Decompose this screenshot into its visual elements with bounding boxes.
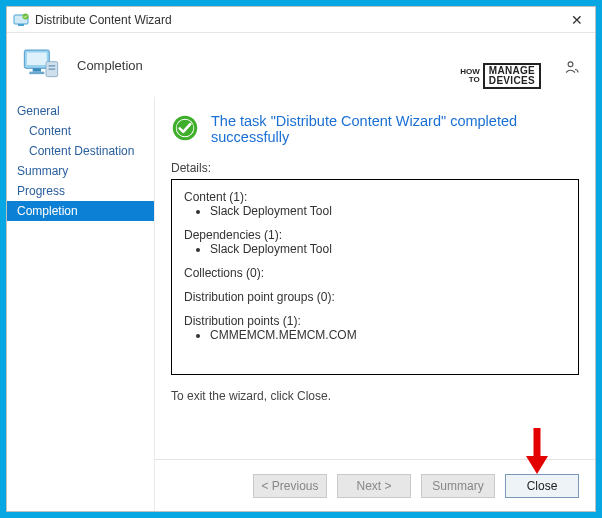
exit-instruction: To exit the wizard, click Close. <box>171 389 579 403</box>
svg-rect-6 <box>29 72 44 75</box>
close-icon[interactable]: ✕ <box>565 12 589 28</box>
sidebar-item-general[interactable]: General <box>7 101 154 121</box>
computer-icon <box>21 45 61 85</box>
details-group: Distribution point groups (0): <box>184 290 566 304</box>
watermark-text: TO <box>469 75 480 84</box>
details-group: Collections (0): <box>184 266 566 280</box>
sidebar: GeneralContentContent DestinationSummary… <box>7 97 155 511</box>
details-heading: Distribution points (1): <box>184 314 566 328</box>
details-list-item: Slack Deployment Tool <box>210 204 566 218</box>
previous-button: < Previous <box>253 474 327 498</box>
close-button[interactable]: Close <box>505 474 579 498</box>
svg-rect-8 <box>49 65 56 67</box>
svg-point-10 <box>568 62 573 67</box>
details-label: Details: <box>171 161 579 175</box>
page-title: Completion <box>77 58 143 73</box>
svg-rect-1 <box>18 24 24 26</box>
window-title: Distribute Content Wizard <box>35 13 565 27</box>
svg-rect-4 <box>27 53 47 66</box>
person-icon <box>563 59 581 80</box>
success-check-icon <box>171 114 199 145</box>
sidebar-item-summary[interactable]: Summary <box>7 161 154 181</box>
sidebar-item-content[interactable]: Content <box>7 121 154 141</box>
details-heading: Content (1): <box>184 190 566 204</box>
details-heading: Distribution point groups (0): <box>184 290 566 304</box>
details-group: Content (1):Slack Deployment Tool <box>184 190 566 218</box>
details-group: Dependencies (1):Slack Deployment Tool <box>184 228 566 256</box>
details-box[interactable]: Content (1):Slack Deployment ToolDepende… <box>171 179 579 375</box>
sidebar-item-completion[interactable]: Completion <box>7 201 154 221</box>
sidebar-item-progress[interactable]: Progress <box>7 181 154 201</box>
svg-marker-15 <box>526 456 548 474</box>
details-list-item: Slack Deployment Tool <box>210 242 566 256</box>
content-area: The task "Distribute Content Wizard" com… <box>155 97 595 459</box>
details-heading: Dependencies (1): <box>184 228 566 242</box>
details-group: Distribution points (1):CMMEMCM.MEMCM.CO… <box>184 314 566 342</box>
titlebar: Distribute Content Wizard ✕ <box>7 7 595 33</box>
watermark-text: DEVICES <box>489 75 535 86</box>
details-list: Slack Deployment Tool <box>184 204 566 218</box>
watermark: HOW TO MANAGE DEVICES <box>460 63 541 89</box>
details-list: Slack Deployment Tool <box>184 242 566 256</box>
details-heading: Collections (0): <box>184 266 566 280</box>
svg-rect-9 <box>49 68 56 70</box>
sidebar-item-content-destination[interactable]: Content Destination <box>7 141 154 161</box>
next-button: Next > <box>337 474 411 498</box>
header: Completion HOW TO MANAGE DEVICES <box>7 33 595 97</box>
footer: < Previous Next > Summary Close <box>155 459 595 511</box>
details-list: CMMEMCM.MEMCM.COM <box>184 328 566 342</box>
svg-rect-5 <box>33 68 41 71</box>
details-list-item: CMMEMCM.MEMCM.COM <box>210 328 566 342</box>
success-message: The task "Distribute Content Wizard" com… <box>211 113 579 145</box>
app-icon <box>13 12 29 28</box>
summary-button: Summary <box>421 474 495 498</box>
